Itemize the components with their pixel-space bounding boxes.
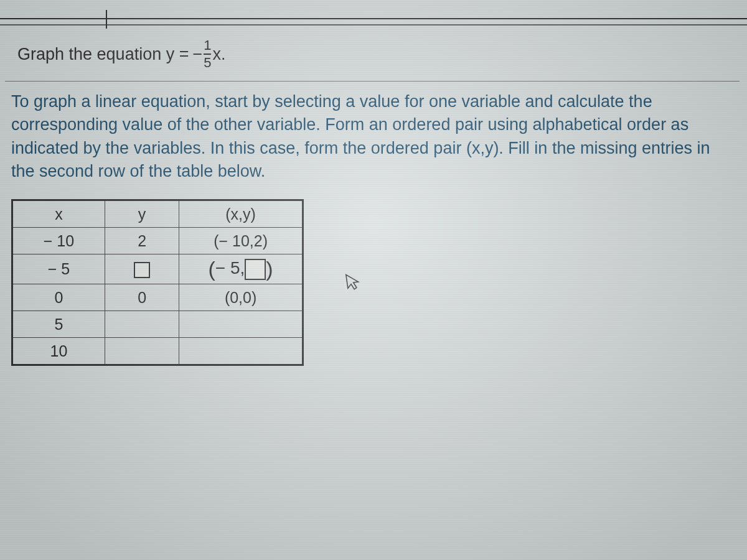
table-row: 5 [12,311,303,338]
cell-xy [179,338,303,365]
cell-x: − 10 [12,228,105,254]
header-xy: (x,y) [179,200,303,228]
cell-y: 0 [105,284,179,311]
table-row: 0 0 (0,0) [12,284,303,311]
minus-sign: − [192,45,202,64]
cropped-header [0,0,747,9]
cell-y: 2 [105,228,179,254]
paren-open: ( [209,257,215,281]
ruler-tick [106,10,107,29]
xy-prefix: − 5, [215,258,245,278]
question-trail: x. [212,45,225,64]
cell-y [105,311,179,338]
cell-xy: (0,0) [179,284,303,311]
table-row: − 5 (− 5,) [12,254,303,284]
table-row: − 10 2 (− 10,2) [12,228,303,254]
question-lead: Graph the equation y = [17,45,189,64]
cell-x: 0 [12,284,105,311]
paren-close: ) [266,257,273,281]
cell-xy: (− 10,2) [179,228,303,254]
cell-x: 10 [12,338,105,365]
cursor-icon [344,271,364,296]
fraction: 1 5 [204,39,211,70]
fraction-numerator: 1 [204,39,211,52]
answer-box-xy[interactable] [245,259,266,280]
table-row: 10 [12,338,303,365]
cell-xy [179,311,303,338]
top-rule [0,18,747,25]
answer-box-y[interactable] [134,262,150,278]
cell-y [105,338,179,365]
cell-xy-input[interactable]: (− 5,) [179,254,303,284]
fraction-denominator: 5 [204,56,211,70]
ordered-pair-table: x y (x,y) − 10 2 (− 10,2) − 5 (− 5,) 0 [11,199,304,366]
cell-x: − 5 [12,254,105,284]
instruction-text: To graph a linear equation, start by sel… [0,82,747,195]
cell-x: 5 [12,311,105,338]
header-x: x [12,200,105,228]
cell-y-input[interactable] [105,254,179,284]
table-header-row: x y (x,y) [12,200,303,228]
question-text: Graph the equation y = − 1 5 x. [0,26,747,81]
header-y: y [105,200,179,228]
